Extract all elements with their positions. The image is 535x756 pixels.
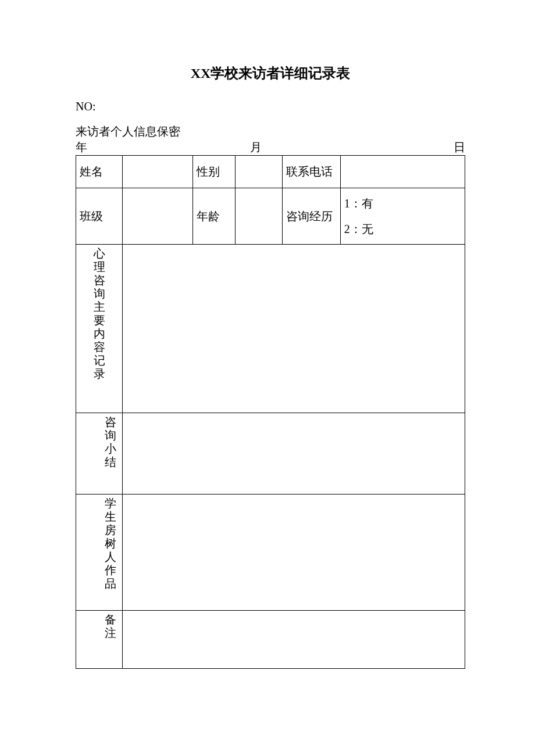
input-summary[interactable] <box>123 413 465 495</box>
label-history: 咨询经历 <box>282 188 340 245</box>
date-year: 年 <box>76 139 250 155</box>
input-phone[interactable] <box>340 156 465 188</box>
input-history[interactable]: 1：有 2：无 <box>340 188 465 245</box>
no-label: NO: <box>76 100 465 113</box>
label-summary: 咨询小结 <box>76 413 123 495</box>
date-day: 日 <box>442 139 465 155</box>
date-month: 月 <box>250 139 442 155</box>
label-class: 班级 <box>76 188 123 245</box>
confidential-note: 来访者个人信息保密 <box>76 124 465 139</box>
input-notes[interactable] <box>123 611 465 669</box>
label-htp: 学生房树人作品 <box>76 495 123 611</box>
input-name[interactable] <box>123 156 192 188</box>
table-row: 咨询小结 <box>76 413 465 495</box>
label-main-record: 心理咨询主要内容记录 <box>76 245 123 413</box>
history-option-yes[interactable]: 1：有 <box>344 191 461 216</box>
page-title: XX学校来访者详细记录表 <box>76 64 465 83</box>
table-row: 备注 <box>76 611 465 669</box>
table-row: 学生房树人作品 <box>76 495 465 611</box>
table-row: 班级 年龄 咨询经历 1：有 2：无 <box>76 188 465 245</box>
label-htp-text: 学生房树人作品 <box>104 497 117 590</box>
table-row: 心理咨询主要内容记录 <box>76 245 465 413</box>
date-line: 年 月 日 <box>76 139 465 155</box>
label-gender: 性别 <box>192 156 236 188</box>
label-phone: 联系电话 <box>282 156 340 188</box>
label-name: 姓名 <box>76 156 123 188</box>
label-notes-text: 备注 <box>104 613 117 640</box>
label-main-record-text: 心理咨询主要内容记录 <box>92 247 106 381</box>
input-age[interactable] <box>236 188 282 245</box>
record-table: 姓名 性别 联系电话 班级 年龄 咨询经历 1：有 2：无 心理咨询主要内容记录… <box>76 155 465 669</box>
table-row: 姓名 性别 联系电话 <box>76 156 465 188</box>
label-age: 年龄 <box>192 188 236 245</box>
label-notes: 备注 <box>76 611 123 669</box>
input-main-record[interactable] <box>123 245 465 413</box>
label-summary-text: 咨询小结 <box>104 415 117 469</box>
input-htp[interactable] <box>123 495 465 611</box>
input-gender[interactable] <box>236 156 282 188</box>
input-class[interactable] <box>123 188 192 245</box>
history-option-no[interactable]: 2：无 <box>344 216 461 242</box>
